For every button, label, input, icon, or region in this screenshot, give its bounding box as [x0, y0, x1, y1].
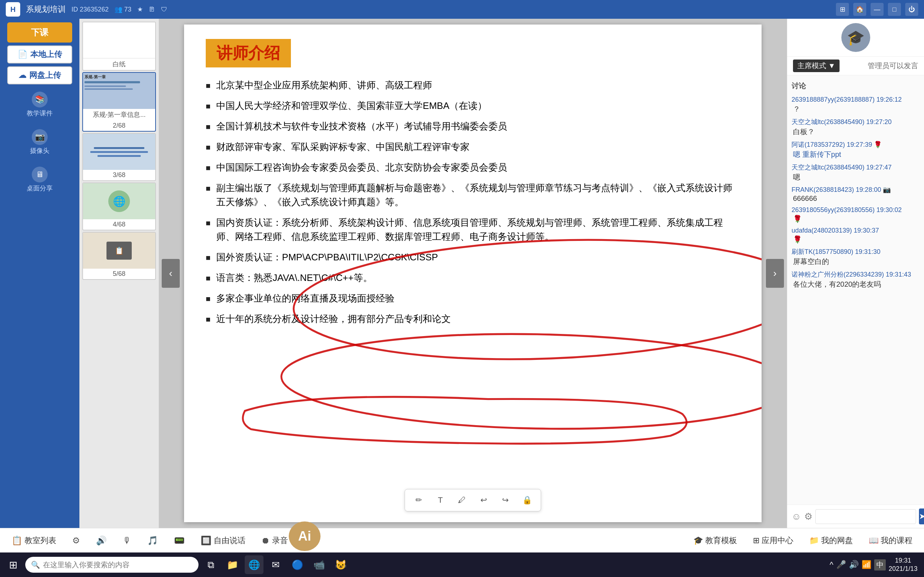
music-button[interactable]: 🎵 — [143, 533, 162, 548]
volume-icon: 🔊 — [96, 535, 107, 546]
slide-thumb-2[interactable]: 系规-第一章 系规-第一章信息... 2/68 — [82, 72, 156, 132]
upload-cloud-button[interactable]: ☁ 网盘上传 — [7, 66, 72, 84]
chat-input-area: ☺ ⚙ ➤ — [787, 504, 924, 528]
bullet-6: 国内资质认证：系统分析师、系统架构设计师、信息系统项目管理师、系统规划与管理师、… — [206, 216, 740, 244]
bullet-2: 全国计算机技术与软件专业技术资格（水平）考试辅导用书编委会委员 — [206, 119, 740, 134]
mic-button[interactable]: 🎙 — [118, 533, 136, 548]
panel-avatar-area: 🎓 — [787, 19, 924, 56]
chat-message-3: 天空之城ltc(2638845490) 19:27:47 嗯 — [792, 163, 920, 182]
end-class-button[interactable]: 下课 — [7, 23, 72, 43]
brush-tool[interactable]: 🖊 — [454, 492, 470, 508]
tray-expand[interactable]: ^ — [830, 560, 834, 569]
title-meta: ID 23635262 👥 73 ★ 🖹 🛡 — [71, 5, 168, 13]
mode-badge[interactable]: 主席模式 ▼ — [793, 60, 840, 72]
home-btn[interactable]: 🏠 — [853, 3, 866, 16]
my-netdisk-button[interactable]: 📁 我的网盘 — [805, 533, 857, 548]
edu-template-icon: 🎓 — [693, 536, 703, 545]
upload-local-button[interactable]: 📄 本地上传 — [7, 45, 72, 63]
bullet-3: 财政部评审专家、军队采购评标专家、中国民航工程评审专家 — [206, 140, 740, 154]
slide-thumb-4[interactable]: 🌐 4/68 — [82, 182, 156, 230]
bullet-5: 副主编出版了《系统规划与管理师真题解析与命题密卷》、《系统规划与管理师章节练习与… — [206, 181, 740, 209]
free-speak-icon: 🔲 — [201, 535, 212, 546]
camera-icon: 📷 — [32, 129, 48, 145]
start-button[interactable]: ⊞ — [3, 555, 23, 574]
chat-settings-button[interactable]: ⚙ — [804, 511, 813, 522]
redo-btn[interactable]: ↪ — [498, 492, 513, 508]
tray-area: ^ 🎤 🔊 📶 中 19:31 2021/1/13 — [827, 556, 921, 574]
volume-button[interactable]: 🔊 — [92, 533, 111, 548]
left-sidebar: 下课 📄 本地上传 ☁ 网盘上传 📚 教学课件 📷 摄像头 🖥 桌面分享 — [0, 19, 79, 528]
mic-icon: 🎙 — [123, 535, 131, 546]
sidebar-item-courseware[interactable]: 📚 教学课件 — [0, 87, 79, 122]
prev-slide-button[interactable]: ‹ — [162, 259, 180, 288]
title-bar: H 系规划培训 ID 23635262 👥 73 ★ 🖹 🛡 ⊞ 🏠 — □ ⏻ — [0, 0, 924, 19]
taskbar-app-qq[interactable]: 🔵 — [288, 555, 307, 574]
taskbar-search-box[interactable]: 🔍 — [25, 557, 199, 573]
slide-thumb-5[interactable]: 📋 5/68 — [82, 232, 156, 280]
chat-message-8: 诺神粉之广州分粉(2296334239) 19:31:43 各位大佬，有2020… — [792, 270, 920, 289]
slide-thumb-white[interactable]: 白纸 — [82, 22, 156, 71]
education-template-button[interactable]: 🎓 教育模板 — [689, 533, 741, 548]
chat-message-6: udafda(2480203139) 19:30:37 🌹 — [792, 227, 920, 244]
pager-button[interactable]: 📟 — [170, 533, 189, 548]
chat-input[interactable] — [815, 509, 916, 524]
ai-bubble[interactable]: Ai — [289, 521, 320, 551]
emoji-button[interactable]: ☺ — [792, 511, 801, 522]
chat-message-4: FRANK(2638818423) 19:28:00 📷 666666 — [792, 186, 920, 203]
sidebar-item-camera[interactable]: 📷 摄像头 — [0, 125, 79, 160]
sidebar-item-desktop-share[interactable]: 🖥 桌面分享 — [0, 162, 79, 197]
maximize-btn[interactable]: □ — [888, 3, 901, 16]
next-slide-button[interactable]: › — [766, 259, 784, 288]
my-courses-button[interactable]: 📖 我的课程 — [864, 533, 917, 548]
tray-mic[interactable]: 🎤 — [836, 560, 846, 569]
app-title: 系规划培训 — [26, 4, 66, 15]
taskbar-app-edge[interactable]: 🌐 — [245, 555, 263, 574]
tray-ime[interactable]: 中 — [874, 559, 886, 571]
text-tool[interactable]: T — [432, 492, 448, 508]
taskbar: ⊞ 🔍 ⧉ 📁 🌐 ✉ 🔵 📹 😺 ^ 🎤 🔊 📶 中 19:31 2021/1… — [0, 553, 924, 577]
slide-title: 讲师介绍 — [216, 43, 280, 64]
netdisk-icon: 📁 — [809, 536, 819, 545]
chat-message-1: 天空之城ltc(2638845490) 19:27:20 白板？ — [792, 118, 920, 137]
taskbar-search-input[interactable] — [43, 561, 193, 569]
discussion-label: 讨论 — [792, 80, 920, 92]
slide-thumb-3[interactable]: 3/68 — [82, 133, 156, 181]
taskbar-app-explorer[interactable]: 📁 — [223, 555, 242, 574]
system-clock[interactable]: 19:31 2021/1/13 — [888, 556, 918, 574]
svg-point-1 — [281, 330, 762, 434]
lock-btn[interactable]: 🔒 — [519, 492, 535, 508]
main-slide: 讲师介绍 北京某中型企业应用系统架构师、讲师、高级工程师 中国人民大学经济和管理… — [184, 24, 762, 522]
grid-btn[interactable]: ⊞ — [836, 3, 849, 16]
chat-message-0: 2639188887yy(2639188887) 19:26:12 ？ — [792, 96, 920, 114]
settings-icon: ⚙ — [72, 535, 80, 546]
bullet-7: 国外资质认证：PMP\ACP\PBA\ITIL\P2\CCSK\CISSP — [206, 250, 740, 264]
settings-button[interactable]: ⚙ — [68, 533, 84, 548]
tray-network[interactable]: 📶 — [861, 560, 871, 569]
taskbar-app-mail[interactable]: ✉ — [267, 555, 285, 574]
minimize-btn[interactable]: — — [871, 3, 884, 16]
tray-volume[interactable]: 🔊 — [849, 560, 859, 569]
chat-message-2: 阿诺(1783537292) 19:27:39 🌹 嗯 重新传下ppt — [792, 140, 920, 160]
undo-btn[interactable]: ↩ — [476, 492, 492, 508]
record-button[interactable]: ⏺ 录音 — [257, 533, 292, 548]
taskbar-app-taskview[interactable]: ⧉ — [201, 555, 220, 574]
classroom-icon: 📋 — [11, 535, 23, 546]
taskbar-app-catcat[interactable]: 😺 — [331, 555, 350, 574]
power-btn[interactable]: ⏻ — [905, 3, 918, 16]
taskbar-app-camera[interactable]: 📹 — [310, 555, 328, 574]
window-controls: ⊞ 🏠 — □ ⏻ — [836, 3, 918, 16]
send-button[interactable]: ➤ — [919, 508, 924, 524]
content-area: ‹ 讲师介绍 北京某中型企业应用系统架构师、讲师、高级工程师 中国人民大学经济和… — [159, 19, 787, 528]
chat-message-7: 刷新TK(1857750890) 19:31:30 屏幕空白的 — [792, 247, 920, 266]
classroom-list-button[interactable]: 📋 教室列表 — [7, 533, 61, 548]
pager-icon: 📟 — [174, 535, 185, 546]
bullet-8: 语言类：熟悉JAVA\.NET\C#\C++等。 — [206, 271, 740, 285]
app-center-button[interactable]: ⊞ 应用中心 — [749, 533, 798, 548]
courses-icon: 📖 — [869, 536, 879, 545]
app-icon: H — [6, 2, 20, 16]
pencil-tool[interactable]: ✏ — [411, 492, 426, 508]
slide-content: 北京某中型企业应用系统架构师、讲师、高级工程师 中国人民大学经济和管理双学位、美… — [206, 78, 740, 326]
free-speak-button[interactable]: 🔲 自由说话 — [196, 533, 250, 548]
bullet-9: 多家企事业单位的网络直播及现场面授经验 — [206, 292, 740, 305]
app-center-icon: ⊞ — [753, 536, 759, 545]
